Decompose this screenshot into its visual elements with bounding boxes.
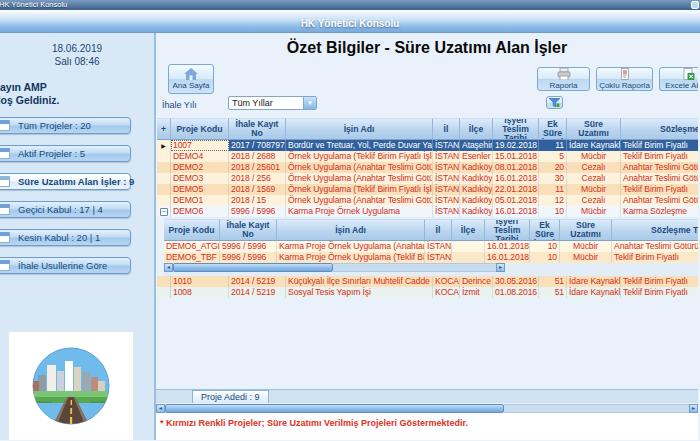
- scrollbar-thumb[interactable]: [173, 263, 333, 272]
- welcome-line1: Sayın AMP: [0, 81, 154, 94]
- table-row[interactable]: DEMO12018 / 15Örnek Uygulama (Anahtar Te…: [157, 195, 698, 206]
- column-header[interactable]: İşyeri Teslim Tarihi: [485, 219, 530, 241]
- table-cell: 5: [539, 151, 567, 162]
- column-header[interactable]: İlçe: [460, 118, 493, 140]
- year-combobox[interactable]: Tüm Yıllar ▼: [228, 96, 317, 110]
- column-header[interactable]: Süre Uzatımı: [560, 219, 612, 241]
- project-count-tab[interactable]: Proje Adedi : 9: [192, 390, 269, 403]
- sidebar-buttons: Tüm Projeler : 20Aktif Projeler : 5Süre …: [0, 117, 154, 274]
- table-cell: DEMO3: [171, 173, 229, 184]
- table-row[interactable]: ▶10072017 / 708797Bordür ve Tretuar, Yol…: [157, 140, 698, 151]
- table-cell: Örnek Uygulama (Anahtar Teslimi Götürü: [286, 162, 433, 173]
- sidebar-item-3[interactable]: Geçici Kabul : 17 | 4: [0, 201, 131, 218]
- ribbon-title: HK Yönetici Konsolu: [301, 18, 400, 32]
- table-cell: İzmit: [460, 287, 493, 298]
- column-header[interactable]: +: [157, 118, 171, 140]
- scroll-left-icon[interactable]: ◄: [164, 263, 173, 272]
- home-button[interactable]: Ana Sayfa: [168, 64, 214, 94]
- window-control-icon[interactable]: [691, 1, 699, 9]
- report-button[interactable]: Raporla: [537, 67, 590, 91]
- column-header[interactable]: İlçe: [452, 219, 485, 241]
- table-cell: Karma Proje Örnek Uygulama (Anahtar: [277, 241, 425, 252]
- table-cell: Teklif Birim Fiyatlı: [621, 151, 698, 162]
- sidebar-item-label: Süre Uzatımı Alan İşler : 9: [18, 176, 134, 187]
- ribbon-bar: HK Yönetici Konsolu: [0, 10, 700, 33]
- table-row[interactable]: −DEMO65996 / 5996Karma Proje Örnek Uygul…: [157, 206, 698, 217]
- table-row[interactable]: 10082014 / 5219Sosyal Tesis Yapım İşiKOC…: [157, 287, 698, 298]
- logo-panel: [8, 331, 134, 440]
- column-header[interactable]: İl: [433, 118, 460, 140]
- table-cell: 2018 / 25601: [229, 162, 286, 173]
- column-header[interactable]: İhale Kayıt No: [229, 118, 286, 140]
- sidebar-item-4[interactable]: Kesin Kabul : 20 | 1: [0, 229, 131, 246]
- scrollbar-track[interactable]: [333, 263, 496, 272]
- horizontal-scrollbar[interactable]: ◄ ►: [156, 404, 698, 413]
- scrollbar-track[interactable]: [504, 404, 689, 413]
- filter-button[interactable]: [546, 96, 563, 109]
- sidebar-item-5[interactable]: İhale Usullerine Göre: [0, 257, 131, 274]
- chevron-down-icon[interactable]: ▼: [303, 97, 316, 109]
- scrollbar-thumb[interactable]: [165, 404, 504, 413]
- table-cell: 1007: [171, 140, 229, 151]
- scroll-right-icon[interactable]: ►: [689, 404, 698, 413]
- table-row[interactable]: 10102014 / 5219Küçükyalı İlçe Sınırları …: [157, 276, 698, 287]
- table-cell: 11: [539, 184, 567, 195]
- table-cell: 5996 / 5996: [229, 206, 286, 217]
- column-header[interactable]: İl: [425, 219, 452, 241]
- scroll-left-icon[interactable]: ◄: [156, 404, 165, 413]
- row-indicator: [157, 173, 171, 184]
- table-cell: 15.01.2018: [493, 151, 539, 162]
- table-row[interactable]: DEMO52018 / 1569Örnek Uygulama (Teklif B…: [157, 184, 698, 195]
- column-header[interactable]: İşyeri Teslim Tarihi: [493, 118, 539, 140]
- table-cell: Derince: [460, 276, 493, 287]
- table-cell: İdare Kaynaklı: [567, 287, 621, 298]
- table-cell: 2018 / 1569: [229, 184, 286, 195]
- column-header[interactable]: İhale Kayıt No: [220, 219, 277, 241]
- scroll-right-icon[interactable]: ►: [496, 263, 505, 272]
- table-row[interactable]: DEMO22018 / 25601Örnek Uygulama (Anahtar…: [157, 162, 698, 173]
- year-filter-label: İhale Yılı: [162, 100, 197, 110]
- column-header[interactable]: Sözleşme Türü: [612, 219, 698, 241]
- table-cell: DEMO6_TBF: [164, 252, 220, 263]
- table-cell: Küçükyalı İlçe Sınırları Muhtelif Cadde …: [286, 276, 433, 287]
- table-cell: İSTANBUL: [425, 241, 452, 252]
- column-header[interactable]: İşin Adı: [286, 118, 433, 140]
- table-cell: Teklif Birim Fiyatlı: [621, 140, 698, 151]
- excel-export-button[interactable]: Excele Aktar: [659, 67, 698, 91]
- row-indicator-icon[interactable]: ▶: [157, 140, 171, 151]
- subgrid-scrollbar[interactable]: ◄►: [164, 263, 505, 272]
- table-cell: Mücbir: [560, 241, 612, 252]
- window-icon: [0, 204, 10, 215]
- column-header[interactable]: Süre Uzatımı: [567, 118, 621, 140]
- sidebar-item-0[interactable]: Tüm Projeler : 20: [0, 117, 131, 134]
- column-header[interactable]: İşin Adı: [277, 219, 425, 241]
- table-cell: 51: [539, 287, 567, 298]
- report-button-label: Raporla: [549, 81, 577, 90]
- table-row[interactable]: DEMO6_TBF5996 / 5996Karma Proje Örnek Uy…: [164, 252, 698, 263]
- column-header[interactable]: Verilen Ek Süre (Gün): [539, 118, 567, 140]
- row-indicator: [157, 162, 171, 173]
- table-cell: 30.05.2016: [493, 276, 539, 287]
- table-row[interactable]: DEMO6_ATGI5996 / 5996Karma Proje Örnek U…: [164, 241, 698, 252]
- table-cell: Örnek Uygulama (Teklif Birim Fiyatlı İşl…: [286, 151, 433, 162]
- column-header[interactable]: Sözleşme Türü: [621, 118, 698, 140]
- table-cell: Cezalı: [567, 173, 621, 184]
- table-cell: Mücbir: [567, 151, 621, 162]
- row-indicator: [157, 151, 171, 162]
- sidebar-item-2[interactable]: Süre Uzatımı Alan İşler : 9: [0, 173, 131, 190]
- collapse-icon[interactable]: −: [157, 206, 171, 217]
- multi-report-button[interactable]: Çoklu Raporla: [596, 67, 653, 91]
- column-header[interactable]: Proje Kodu: [171, 118, 229, 140]
- table-cell: 11: [539, 140, 567, 151]
- sidebar-item-1[interactable]: Aktif Projeler : 5: [0, 145, 131, 162]
- table-cell: 51: [539, 276, 567, 287]
- table-row[interactable]: DEMO42018 / 2688Örnek Uygulama (Teklif B…: [157, 151, 698, 162]
- table-cell: 30: [539, 173, 567, 184]
- table-row[interactable]: DEMO32018 / 256Örnek Uygulama (Anahtar T…: [157, 173, 698, 184]
- column-header[interactable]: Proje Kodu: [164, 219, 220, 241]
- table-cell: Cezalı: [567, 195, 621, 206]
- welcome-line2: Hoş Geldiniz.: [0, 94, 154, 107]
- column-header[interactable]: Verilen Ek Süre (Gün): [530, 219, 560, 241]
- table-cell: 01.08.2016: [493, 287, 539, 298]
- app-window: HK Yönetici Konsolu HK Yönetici Konsolu …: [0, 0, 700, 441]
